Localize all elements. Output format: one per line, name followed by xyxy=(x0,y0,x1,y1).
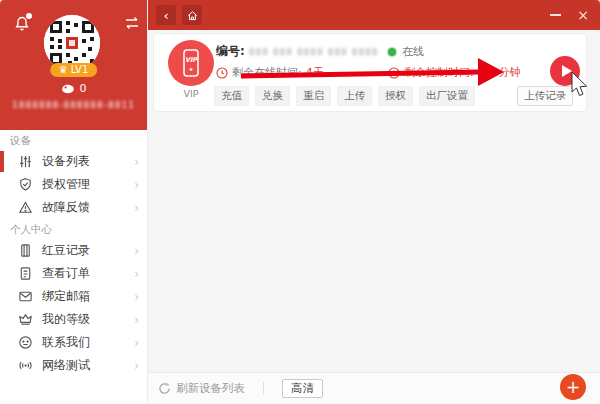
control-time-label: 剩余控制时间: xyxy=(404,65,474,80)
menu-section-personal: 个人中心 xyxy=(0,219,147,239)
notification-bell-icon[interactable] xyxy=(13,15,31,33)
sidebar-item-label: 绑定邮箱 xyxy=(42,288,90,305)
star-icon: ★ xyxy=(189,66,194,72)
chevron-right-icon: › xyxy=(134,202,139,214)
chevron-right-icon: › xyxy=(134,156,139,168)
serial-row: 编号: 888 888 8888 888 8888 xyxy=(216,43,379,60)
sidebar-item-label: 授权管理 xyxy=(42,176,90,193)
crown-icon: ♛ xyxy=(59,63,68,77)
ledger-icon xyxy=(18,243,33,258)
sidebar-item-my-level[interactable]: 我的等级 › xyxy=(0,308,147,331)
minimize-icon xyxy=(550,14,561,16)
divider xyxy=(263,382,264,395)
chevron-right-icon: › xyxy=(134,360,139,372)
sidebar-item-label: 网络测试 xyxy=(42,357,90,374)
sidebar-item-contact-us[interactable]: 联系我们 › xyxy=(0,331,147,354)
back-button[interactable]: ‹ xyxy=(156,5,176,25)
bean-icon xyxy=(61,84,75,94)
plus-icon: + xyxy=(566,379,580,396)
sidebar-item-label: 查看订单 xyxy=(42,265,90,282)
app-window: ♛ LV1 0 1888888-888888-8811 设备 设备列表 xyxy=(0,0,600,404)
sidebar-item-view-orders[interactable]: 查看订单 › xyxy=(0,262,147,285)
level-badge: ♛ LV1 xyxy=(50,63,98,77)
sidebar-item-network-test[interactable]: 网络测试 › xyxy=(0,354,147,377)
chevron-right-icon: › xyxy=(134,337,139,349)
factory-reset-button[interactable]: 出厂设置 xyxy=(419,86,475,106)
close-icon: × xyxy=(577,7,589,23)
device-actions: 充值 兑换 重启 上传 授权 出厂设置 上传记录 xyxy=(214,86,573,106)
chevron-right-icon: › xyxy=(134,179,139,191)
close-button[interactable]: × xyxy=(570,0,596,30)
menu-section-device: 设备 xyxy=(0,130,147,150)
control-time-row: 剩余控制时间: 600分钟 xyxy=(388,65,521,80)
sidebar-item-auth-management[interactable]: 授权管理 › xyxy=(0,173,147,196)
status-row: 在线 xyxy=(388,44,424,59)
quality-selector[interactable]: 高清 xyxy=(282,379,323,398)
contact-face-icon xyxy=(18,335,33,350)
refresh-device-list-button[interactable]: 刷新设备列表 xyxy=(158,381,245,396)
sidebar-item-label: 设备列表 xyxy=(42,153,90,170)
refresh-icon xyxy=(158,382,171,395)
sidebar-user-panel: ♛ LV1 0 1888888-888888-8811 xyxy=(0,0,147,130)
serial-label: 编号: xyxy=(216,43,245,60)
shield-check-icon xyxy=(18,177,33,192)
online-status-dot xyxy=(388,48,396,56)
chevron-right-icon: › xyxy=(134,314,139,326)
sidebar-item-label: 联系我们 xyxy=(42,334,90,351)
refresh-label: 刷新设备列表 xyxy=(176,381,245,396)
minimize-button[interactable] xyxy=(542,0,568,30)
sidebar-item-device-list[interactable]: 设备列表 › xyxy=(0,150,147,173)
sidebar-item-label: 我的等级 xyxy=(42,311,90,328)
bottom-toolbar: 刷新设备列表 高清 + xyxy=(148,372,600,404)
online-time-label: 剩余在线时间: xyxy=(232,65,302,80)
sidebar-item-fault-feedback[interactable]: 故障反馈 › xyxy=(0,196,147,219)
home-icon xyxy=(186,9,199,22)
recharge-button[interactable]: 充值 xyxy=(214,86,249,106)
chevron-right-icon: › xyxy=(134,245,139,257)
crown-outline-icon xyxy=(18,312,33,327)
device-avatar: VIP ★ VIP xyxy=(166,40,216,99)
chevron-right-icon: › xyxy=(134,268,139,280)
titlebar: ‹ × xyxy=(148,0,600,30)
switch-account-icon[interactable] xyxy=(122,15,142,31)
sidebar-item-bean-records[interactable]: 红豆记录 › xyxy=(0,239,147,262)
username-redacted: 1888888-888888-8811 xyxy=(0,100,147,110)
chevron-right-icon: › xyxy=(134,291,139,303)
notification-dot xyxy=(26,13,32,19)
document-icon xyxy=(18,266,33,281)
clock-icon xyxy=(216,67,228,79)
vip-phone-icon: VIP ★ xyxy=(168,40,214,86)
exchange-button[interactable]: 兑换 xyxy=(255,86,290,106)
clock-icon xyxy=(388,67,400,79)
home-button[interactable] xyxy=(182,5,202,25)
online-status-label: 在线 xyxy=(402,44,424,59)
level-badge-label: LV1 xyxy=(71,63,89,77)
vip-label: VIP xyxy=(166,88,216,99)
device-card: VIP ★ VIP 编号: 888 888 8888 888 8888 在线 剩… xyxy=(153,33,587,112)
warning-triangle-icon xyxy=(18,200,33,215)
play-button[interactable] xyxy=(550,56,580,86)
add-device-button[interactable]: + xyxy=(560,374,586,400)
authorize-button[interactable]: 授权 xyxy=(378,86,413,106)
sidebar: ♛ LV1 0 1888888-888888-8811 设备 设备列表 xyxy=(0,0,148,404)
online-time-row: 剩余在线时间: 4天 xyxy=(216,65,324,80)
sidebar-item-bind-email[interactable]: 绑定邮箱 › xyxy=(0,285,147,308)
sidebar-item-label: 红豆记录 xyxy=(42,242,90,259)
upload-record-button[interactable]: 上传记录 xyxy=(517,86,573,106)
device-list-panel: VIP ★ VIP 编号: 888 888 8888 888 8888 在线 剩… xyxy=(148,30,600,372)
vip-badge-text: VIP xyxy=(185,56,198,64)
sidebar-item-label: 故障反馈 xyxy=(42,199,90,216)
mail-icon xyxy=(18,289,33,304)
play-icon xyxy=(562,65,572,77)
back-icon: ‹ xyxy=(163,8,168,23)
upload-button[interactable]: 上传 xyxy=(337,86,372,106)
bean-counter: 0 xyxy=(0,82,147,95)
online-time-value: 4天 xyxy=(306,65,324,80)
bean-count: 0 xyxy=(80,82,87,95)
sidebar-menu: 设备 设备列表 › 授权管理 › xyxy=(0,130,147,377)
sliders-icon xyxy=(18,154,33,169)
network-signal-icon xyxy=(18,358,33,373)
serial-redacted: 888 888 8888 888 8888 xyxy=(249,47,379,57)
restart-button[interactable]: 重启 xyxy=(296,86,331,106)
control-time-value: 600分钟 xyxy=(478,65,521,80)
